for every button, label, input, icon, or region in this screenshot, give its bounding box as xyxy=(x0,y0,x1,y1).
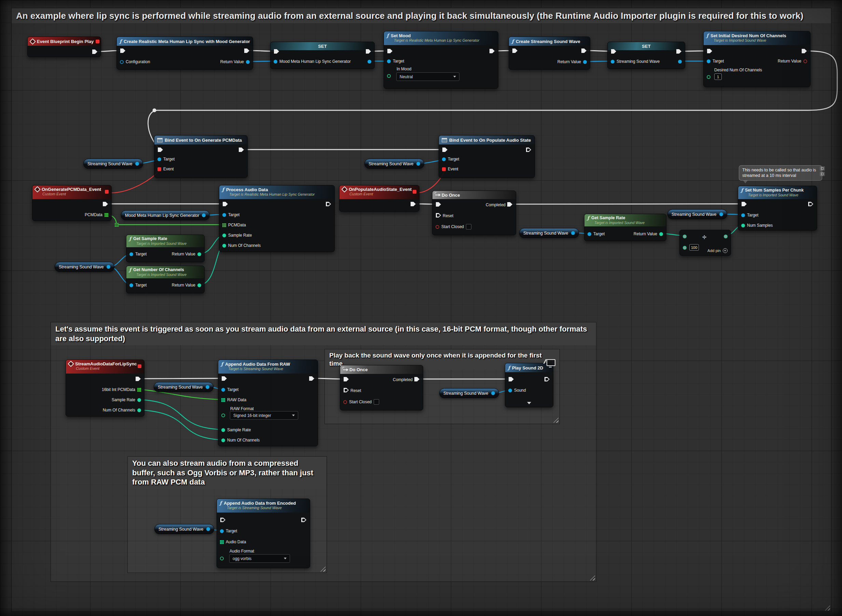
exec-out-pin[interactable] xyxy=(581,48,586,53)
exec-out-pin[interactable] xyxy=(802,49,807,53)
node-set-streaming-sound-wave[interactable]: SET Streaming Sound Wave xyxy=(607,42,685,69)
getter-streaming-sound-wave[interactable]: Streaming Sound Wave xyxy=(154,524,214,534)
pin-target[interactable]: Target xyxy=(222,212,240,217)
pin-target[interactable]: Target xyxy=(220,528,237,534)
pin-pcm16[interactable]: 16bit Int PCMData xyxy=(102,387,141,392)
exec-in-pin[interactable] xyxy=(120,48,125,53)
exec-out-pin[interactable] xyxy=(136,377,141,381)
getter-mood-generator[interactable]: Mood Meta Human Lip Sync Generator xyxy=(121,210,210,220)
exec-out-pin[interactable] xyxy=(92,50,97,54)
pin-audio-format[interactable] xyxy=(220,556,224,561)
exec-in-pin[interactable] xyxy=(442,148,447,152)
exec-out-pin[interactable] xyxy=(239,148,244,152)
node-event-begin-play[interactable]: Event Blueprint Begin Play xyxy=(27,37,101,57)
pin-target[interactable]: Target xyxy=(221,387,238,392)
node-get-num-channels[interactable]: ƒGet Number Of Channels Target is Import… xyxy=(126,265,204,293)
pin-num-channels[interactable]: Num Of Channels xyxy=(222,243,261,248)
pin-target[interactable]: Target xyxy=(129,282,147,288)
node-set-mood-generator[interactable]: SET Mood Meta Human Lip Sync Generator xyxy=(270,42,375,69)
node-do-once-2[interactable]: Do Once Completed Reset Start Closed xyxy=(340,365,423,411)
node-comment-bubble[interactable]: This needs to be called so that audio is… xyxy=(739,165,822,180)
getter-streaming-sound-wave[interactable]: Streaming Sound Wave xyxy=(439,388,499,398)
delegate-pin[interactable] xyxy=(96,40,99,43)
node-divide[interactable]: 100 ÷ Add pin xyxy=(679,230,731,256)
exec-in-pin[interactable] xyxy=(512,48,517,53)
pin-sound[interactable]: Sound xyxy=(508,387,526,393)
pin-target[interactable]: Target xyxy=(157,156,175,162)
node-do-once-1[interactable]: Do Once Completed Reset Start Closed xyxy=(432,191,516,235)
pin-result[interactable] xyxy=(724,233,727,239)
node-process-audio-data[interactable]: ƒProcess Audio Data Target is Realistic … xyxy=(219,185,335,252)
pin-return-value[interactable]: Return Value xyxy=(172,282,201,288)
node-append-raw[interactable]: ƒAppend Audio Data From RAW Target is St… xyxy=(218,359,318,446)
exec-in-pin[interactable] xyxy=(344,377,349,381)
node-create-lipsync[interactable]: ƒCreate Realistic Meta Human Lip Sync wi… xyxy=(116,37,253,70)
getter-streaming-sound-wave[interactable]: Streaming Sound Wave xyxy=(667,209,727,219)
bubble-pin-icon[interactable] xyxy=(820,166,825,171)
add-pin-button[interactable]: Add pin xyxy=(707,248,727,253)
pin-audio-data[interactable]: Audio Data xyxy=(220,539,246,545)
blueprint-graph[interactable]: An example where lip sync is performed w… xyxy=(0,0,842,616)
pin-sample-rate[interactable]: Sample Rate xyxy=(112,397,141,403)
exec-in-pin[interactable] xyxy=(222,376,227,381)
pin-target[interactable]: Target xyxy=(588,231,605,237)
pin-target[interactable]: Target xyxy=(741,213,758,218)
pin-pcmdata[interactable]: PCMData xyxy=(222,222,246,228)
pin-target[interactable]: Target xyxy=(442,156,459,162)
pin-return-value[interactable]: Return Value xyxy=(633,231,663,237)
exec-out-pin[interactable] xyxy=(411,202,416,206)
pin-target[interactable]: Target xyxy=(387,59,404,64)
pin-divisor[interactable] xyxy=(683,245,686,250)
reroute-node[interactable] xyxy=(153,109,156,112)
getter-streaming-sound-wave[interactable]: Streaming Sound Wave xyxy=(519,228,579,238)
exec-out-pin[interactable] xyxy=(489,49,495,53)
exec-out-pin[interactable] xyxy=(326,202,331,206)
pin-num-channels[interactable]: Num Of Channels xyxy=(221,437,260,443)
exec-out-pin[interactable] xyxy=(301,518,306,522)
pin-pcmdata[interactable]: PCMData xyxy=(85,212,108,217)
bubble-toggle-icon[interactable] xyxy=(820,172,825,176)
pin-streaming-sound-wave[interactable]: Streaming Sound Wave xyxy=(611,59,660,64)
start-closed-checkbox[interactable] xyxy=(466,224,472,229)
delegate-pin[interactable] xyxy=(138,364,141,368)
exec-in-pin[interactable] xyxy=(223,202,228,206)
pin-sample-rate[interactable]: Sample Rate xyxy=(222,233,252,238)
exec-out-pin[interactable] xyxy=(244,48,249,53)
node-set-mood[interactable]: ƒSet Mood Target is Realistic Meta Human… xyxy=(384,31,498,89)
pin-out[interactable] xyxy=(719,213,723,216)
exec-reset-pin[interactable] xyxy=(344,388,349,392)
exec-out-pin[interactable] xyxy=(808,202,813,206)
exec-out-pin[interactable] xyxy=(103,202,108,206)
pin-num-channels[interactable]: Num Of Channels xyxy=(103,407,141,413)
desired-channels-input[interactable]: 1 xyxy=(714,73,722,80)
pin-desired-channels[interactable] xyxy=(707,74,710,79)
pin-configuration[interactable]: Configuration xyxy=(120,59,150,65)
pin-out[interactable] xyxy=(206,527,210,531)
pin-raw-format[interactable] xyxy=(221,412,225,418)
exec-in-pin[interactable] xyxy=(436,202,441,207)
node-bind-populate-audio-state[interactable]: Bind Event to On Populate Audio State Ta… xyxy=(439,135,535,178)
pin-mood-generator[interactable]: Mood Meta Human Lip Sync Generator xyxy=(273,59,351,64)
exec-in-pin[interactable] xyxy=(387,49,392,53)
pin-event[interactable]: Event xyxy=(442,166,458,172)
pin-out[interactable] xyxy=(135,162,139,166)
pin-start-closed[interactable]: Start Closed xyxy=(343,399,379,405)
pin-target[interactable]: Target xyxy=(129,251,147,257)
exec-in-pin[interactable] xyxy=(158,148,163,152)
node-on-populate-audio-state-event[interactable]: OnPopulateAudioState_Event Custom Event xyxy=(339,185,419,212)
pin-dividend[interactable] xyxy=(683,233,686,239)
exec-in-pin[interactable] xyxy=(508,377,514,381)
node-set-num-samples[interactable]: ƒSet Num Samples Per Chunk Target is Imp… xyxy=(738,186,817,230)
exec-in-pin[interactable] xyxy=(742,202,747,206)
pin-return-value[interactable]: Return Value xyxy=(557,59,587,65)
pin-out[interactable] xyxy=(206,385,209,389)
pin-num-samples[interactable]: Num Samples xyxy=(741,223,773,228)
exec-out-pin[interactable] xyxy=(309,376,314,381)
pin-out[interactable] xyxy=(571,231,575,235)
getter-streaming-sound-wave[interactable]: Streaming Sound Wave xyxy=(54,262,115,272)
getter-streaming-sound-wave[interactable]: Streaming Sound Wave xyxy=(154,382,213,392)
pin-out[interactable] xyxy=(491,391,495,395)
pin-start-closed[interactable]: Start Closed xyxy=(435,224,472,229)
pin-value-out[interactable] xyxy=(678,59,682,64)
node-stream-audio-event[interactable]: StreamAudioDataForLipSync Custom Event 1… xyxy=(66,359,144,417)
